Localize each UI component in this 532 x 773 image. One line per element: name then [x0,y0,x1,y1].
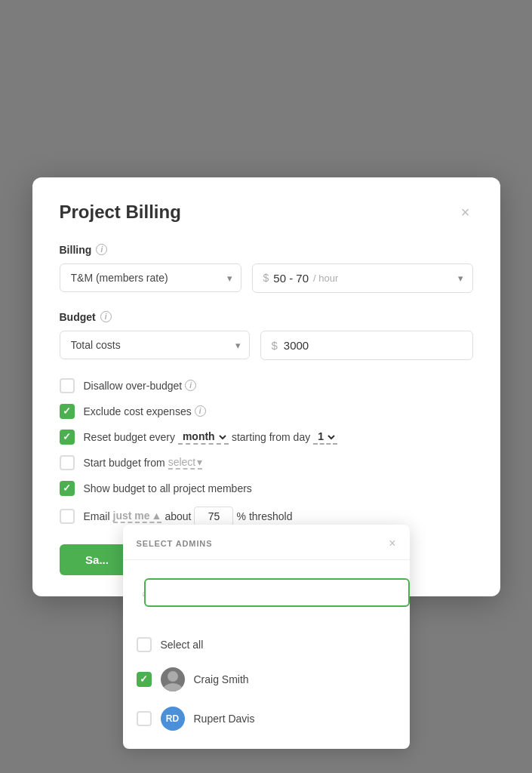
rate-chevron-icon: ▾ [458,273,463,284]
project-billing-modal: Project Billing × Billing i T&M (members… [32,177,500,596]
budget-type-select-wrapper: Total costs [60,331,250,360]
exclude-cost-expenses-checkbox[interactable] [60,404,75,419]
svg-point-1 [163,683,183,691]
exclude-cost-expenses-row: Exclude cost expenses i [60,404,473,419]
admins-search-input[interactable] [144,578,410,607]
email-about: about [165,510,191,522]
rupert-davis-avatar: RD [161,707,185,731]
show-budget-row: Show budget to all project members [60,481,473,496]
options-section: Disallow over-budget i Exclude cost expe… [60,378,473,526]
disallow-over-budget-label: Disallow over-budget [84,380,183,392]
rate-range-select[interactable]: $ 50 - 70 / hour ▾ [252,263,473,293]
search-wrap: ⌕ [134,569,399,616]
list-item[interactable]: RD Rupert Davis [123,699,410,738]
reset-budget-day-select[interactable]: 1 [313,430,337,445]
threshold-percent: % [236,510,245,522]
craig-smith-avatar [161,667,185,691]
list-item[interactable]: Craig Smith [123,660,410,699]
start-budget-chevron-icon: ▾ [197,456,202,468]
start-budget-label: Start budget from [84,457,165,469]
reset-budget-checkbox[interactable] [60,430,75,445]
starting-from-label: starting from day [232,431,310,443]
modal-title: Project Billing [60,202,181,223]
budget-amount-input[interactable] [284,339,462,352]
budget-inputs-row: Total costs $ [60,331,473,360]
threshold-suffix: threshold [249,510,293,522]
svg-point-0 [168,671,178,682]
start-budget-select[interactable]: select ▾ [168,456,203,470]
budget-info-icon: i [100,311,112,322]
billing-info-icon: i [96,244,107,255]
budget-dollar: $ [272,339,278,352]
popup-close-button[interactable]: × [389,537,395,550]
exclude-cost-expenses-label: Exclude cost expenses [84,405,192,417]
craig-smith-checkbox[interactable] [137,672,152,687]
select-admins-popup: SELECT ADMINS × ⌕ Select all [123,525,410,749]
billing-type-select[interactable]: T&M (members rate) [60,263,241,292]
email-threshold-row: Email just me ▲ about % threshold [60,507,473,526]
rate-value: 50 - 70 [273,272,309,285]
disallow-over-budget-checkbox[interactable] [60,378,75,393]
disallow-info-icon: i [185,380,196,391]
select-all-label: Select all [161,639,204,651]
rate-unit: / hour [313,273,338,284]
popup-header: SELECT ADMINS × [123,537,410,560]
email-target-select[interactable]: just me ▲ [113,510,162,523]
email-target-chevron-icon: ▲ [152,510,162,522]
budget-amount-input-box: $ [260,331,473,360]
popup-title: SELECT ADMINS [137,539,213,548]
craig-smith-name: Craig Smith [194,673,249,685]
threshold-value-input[interactable] [194,507,233,526]
budget-type-select[interactable]: Total costs [60,331,250,359]
select-all-checkbox[interactable] [137,637,152,652]
rupert-davis-name: Rupert Davis [194,713,255,725]
modal-close-button[interactable]: × [458,202,473,223]
reset-budget-row: Reset budget every month starting from d… [60,430,473,445]
rate-dollar: $ [263,272,269,284]
rupert-davis-checkbox[interactable] [137,711,152,726]
start-budget-from-row: Start budget from select ▾ [60,455,473,470]
email-prefix: Email [84,510,110,522]
budget-section-label: Budget i [60,311,473,323]
email-threshold-checkbox[interactable] [60,509,75,524]
reset-budget-period-select[interactable]: month [178,430,229,445]
billing-section-label: Billing i [60,244,473,256]
select-all-item[interactable]: Select all [123,630,410,660]
start-budget-checkbox[interactable] [60,455,75,470]
exclude-info-icon: i [195,405,206,417]
show-budget-label: Show budget to all project members [84,482,252,494]
show-budget-checkbox[interactable] [60,481,75,496]
modal-header: Project Billing × [60,202,473,223]
admins-list: Select all Craig Smith RD Rupert [123,625,410,743]
billing-inputs-row: T&M (members rate) $ 50 - 70 / hour ▾ [60,263,473,293]
billing-type-select-wrapper: T&M (members rate) [60,263,241,293]
reset-budget-prefix: Reset budget every [84,431,175,443]
disallow-over-budget-row: Disallow over-budget i [60,378,473,393]
save-section: Sa... SELECT ADMINS × ⌕ Select all [60,544,473,575]
